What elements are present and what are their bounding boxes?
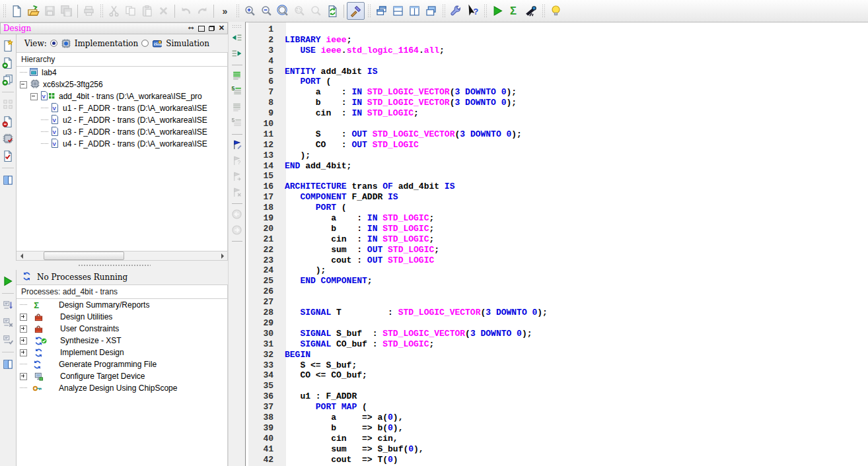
process-item[interactable]: Design Utilities	[17, 311, 227, 323]
process-item[interactable]: Implement Design	[17, 347, 227, 358]
scroll-left-arrow[interactable]	[17, 252, 25, 259]
window-float-button[interactable]	[423, 3, 439, 19]
summary-sigma-button[interactable]: Σ	[506, 3, 523, 19]
tree-expander[interactable]	[30, 93, 38, 100]
process-item-label[interactable]: Implement Design	[60, 348, 124, 357]
tree-expander[interactable]	[20, 81, 27, 88]
toolbox-button[interactable]	[347, 2, 365, 20]
toggle-columns-button[interactable]	[1, 357, 15, 372]
panel-float-icon[interactable]: ↔	[188, 25, 194, 32]
process-item-label[interactable]: Analyze Design Using ChipScope	[59, 383, 177, 393]
new-document-button[interactable]	[9, 3, 25, 19]
window-tile-v-button[interactable]	[406, 3, 423, 19]
hierarchy-item[interactable]: Vu2 - F_ADDR - trans (D:\A_workarea\ISE	[17, 114, 227, 126]
window-tile-h-button[interactable]	[390, 3, 406, 19]
panel-close-icon[interactable]: ✕	[219, 25, 225, 32]
hierarchy-item[interactable]: lab4	[17, 67, 227, 79]
window-cascade-button[interactable]	[373, 3, 390, 19]
tree-expander[interactable]	[20, 337, 27, 345]
tree-expander[interactable]	[20, 373, 27, 380]
process-item[interactable]: ΣDesign Summary/Reports	[17, 299, 227, 311]
hierarchy-item-label[interactable]: xc6slx25-3ftg256	[43, 80, 103, 89]
line-number: 28	[246, 308, 273, 318]
panel-restore-icon[interactable]	[209, 26, 215, 31]
line-number: 3	[246, 46, 273, 56]
bookmark-toggle-button[interactable]	[230, 137, 244, 152]
select-lines-button[interactable]	[230, 68, 244, 83]
zoom-out-icon	[260, 5, 273, 17]
refresh-view-button[interactable]	[324, 3, 341, 19]
processes-tree[interactable]: ΣDesign Summary/ReportsDesign UtilitiesU…	[17, 299, 228, 466]
rerun-process-icon	[2, 300, 14, 312]
panel-maximize-icon[interactable]	[198, 26, 205, 32]
add-source-button[interactable]	[1, 55, 15, 70]
run-process-button[interactable]	[1, 274, 15, 288]
tree-expander[interactable]	[20, 314, 27, 321]
add-copy-source-button[interactable]	[1, 73, 15, 87]
process-item[interactable]: Generate Programming File	[17, 358, 227, 370]
process-item[interactable]: Analyze Design Using ChipScope	[17, 382, 227, 394]
hierarchy-item-label[interactable]: u1 - F_ADDR - trans (D:\A_workarea\ISE	[63, 104, 207, 113]
hierarchy-item-label[interactable]: u2 - F_ADDR - trans (D:\A_workarea\ISE	[63, 116, 207, 125]
zoom-full-button[interactable]	[275, 3, 291, 19]
tree-expander[interactable]	[20, 349, 27, 356]
tree-connector	[20, 304, 27, 306]
hierarchy-item[interactable]: Vu4 - F_ADDR - trans (D:\A_workarea\ISE	[17, 138, 227, 150]
code-editor[interactable]: 12LIBRARY ieee;3 USE ieee.std_logic_1164…	[245, 22, 868, 466]
simulation-radio[interactable]	[141, 40, 149, 47]
zoom-in-icon	[244, 5, 256, 17]
process-item[interactable]: Synthesize - XST	[17, 335, 227, 347]
tree-expander[interactable]	[20, 325, 27, 333]
scroll-thumb[interactable]	[44, 251, 124, 260]
open-project-button[interactable]	[25, 3, 42, 19]
process-item[interactable]: Configure Target Device	[17, 370, 227, 382]
process-item-label[interactable]: Generate Programming File	[59, 360, 157, 369]
analyzer-telescope-button[interactable]	[523, 3, 539, 19]
wrench-options-button[interactable]	[448, 3, 464, 19]
new-source-button[interactable]	[1, 38, 15, 53]
hint-bulb-button[interactable]	[548, 3, 564, 19]
process-item-label[interactable]: User Constraints	[60, 324, 119, 333]
run-process-button[interactable]	[489, 3, 506, 19]
indent-button[interactable]	[230, 46, 244, 61]
process-item-label[interactable]: Design Utilities	[60, 312, 112, 321]
outdent-button[interactable]	[230, 30, 244, 45]
hierarchy-item-label[interactable]: u3 - F_ADDR - trans (D:\A_workarea\ISE	[63, 127, 207, 137]
hierarchy-hscrollbar[interactable]	[17, 251, 228, 261]
hierarchy-item-label[interactable]: add_4bit - trans (D:\A_workarea\ISE_pro	[59, 92, 202, 101]
hierarchy-tree[interactable]: lab4xc6slx25-3ftg256Vadd_4bit - trans (D…	[17, 67, 228, 251]
code-area[interactable]: 12LIBRARY ieee;3 USE ieee.std_logic_1164…	[246, 24, 868, 465]
overflow-chevron-button[interactable]: »	[217, 3, 233, 19]
hierarchy-item[interactable]: Vu3 - F_ADDR - trans (D:\A_workarea\ISE	[17, 126, 227, 138]
main-toolbar: »?Σ	[0, 0, 868, 22]
nav-back-button	[230, 207, 244, 221]
chip-icon	[30, 79, 40, 89]
panel-splitter[interactable]	[0, 261, 228, 270]
implementation-label[interactable]: Implementation	[75, 39, 139, 48]
hierarchy-item[interactable]: Vu1 - F_ADDR - trans (D:\A_workarea\ISE	[17, 102, 227, 114]
toggle-columns-button[interactable]	[1, 173, 15, 187]
scroll-right-arrow[interactable]	[219, 252, 227, 259]
implementation-radio[interactable]	[50, 40, 57, 47]
rerun-process-button[interactable]	[1, 298, 15, 313]
design-properties-button[interactable]	[1, 131, 15, 146]
hierarchy-item[interactable]: Vadd_4bit - trans (D:\A_workarea\ISE_pro	[17, 90, 227, 102]
goto-line-button[interactable]: 5	[230, 84, 244, 98]
line-number: 21	[246, 234, 273, 245]
save-all-icon	[60, 5, 73, 17]
process-item-label[interactable]: Configure Target Device	[60, 372, 145, 381]
run-step-button[interactable]	[1, 333, 15, 347]
simulation-label[interactable]: Simulation	[166, 39, 209, 48]
help-cursor-button[interactable]: ?	[464, 3, 481, 19]
zoom-in-button[interactable]	[242, 3, 258, 19]
hierarchy-item-label[interactable]: u4 - F_ADDR - trans (D:\A_workarea\ISE	[63, 139, 207, 149]
zoom-out-button[interactable]	[258, 3, 275, 19]
design-summary-button[interactable]	[1, 149, 15, 163]
rerun-all-button[interactable]	[1, 316, 15, 330]
remove-source-button[interactable]	[1, 114, 15, 129]
process-item-label[interactable]: Design Summary/Reports	[59, 300, 149, 310]
hierarchy-item[interactable]: xc6slx25-3ftg256	[17, 79, 227, 90]
process-item-label[interactable]: Synthesize - XST	[60, 336, 122, 345]
hierarchy-item-label[interactable]: lab4	[42, 68, 57, 77]
process-item[interactable]: User Constraints	[17, 323, 227, 335]
